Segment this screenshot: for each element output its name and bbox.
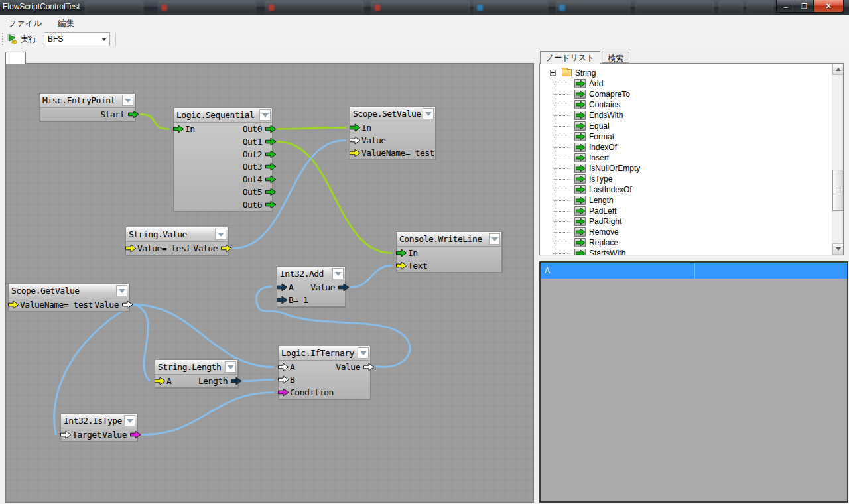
menu-item-0[interactable]: ファイル (0, 16, 50, 31)
node-istype[interactable]: Int32.IsTypeTargetValue (60, 413, 137, 442)
input-port-icon[interactable] (350, 149, 361, 157)
input-port-icon[interactable] (396, 249, 407, 257)
tree-item-Remove[interactable]: Remove (540, 227, 843, 237)
output-port-icon[interactable] (265, 188, 277, 196)
node-dropdown-button[interactable] (116, 285, 127, 296)
search-mode-combobox[interactable]: BFS (44, 32, 110, 46)
input-port-icon[interactable] (125, 244, 137, 253)
tree-item-IsType[interactable]: IsType (540, 174, 843, 184)
output-port-icon[interactable] (265, 162, 277, 171)
tree-item-PadRight[interactable]: PadRight (540, 216, 843, 227)
output-port-icon[interactable] (128, 110, 139, 119)
output-port-icon[interactable] (363, 363, 375, 371)
node-dropdown-button[interactable] (215, 229, 226, 240)
tree-item-Format[interactable]: Format (540, 131, 843, 142)
output-port-icon[interactable] (338, 283, 350, 292)
output-port-icon[interactable] (265, 175, 277, 184)
grid-column-header-0[interactable]: A (541, 263, 695, 279)
output-port-icon[interactable] (265, 137, 277, 146)
node-strlen[interactable]: String.LengthALength (155, 359, 238, 388)
tree-item-Length[interactable]: Length (540, 195, 843, 206)
node-port-row: AValue (277, 281, 345, 294)
input-port-icon[interactable] (278, 363, 289, 371)
node-dropdown-button[interactable] (259, 109, 271, 121)
input-port-icon[interactable] (350, 123, 361, 132)
grid-column-header-1[interactable] (695, 263, 847, 279)
tree-scrollbar[interactable] (832, 64, 843, 255)
node-writeline[interactable]: Console.WriteLineInText (396, 231, 502, 273)
node-strval[interactable]: String.ValueValue= testValue (125, 227, 228, 255)
node-title[interactable]: Misc.EntryPoint (40, 94, 135, 108)
node-ifternary[interactable]: Logic.IfTernaryAValueBCondition (278, 346, 371, 399)
node-dropdown-button[interactable] (332, 268, 344, 279)
node-dropdown-button[interactable] (489, 233, 500, 245)
tree-item-Replace[interactable]: Replace (540, 237, 843, 248)
input-port-icon[interactable] (8, 300, 19, 309)
node-seq[interactable]: Logic.SequentialInOut0Out1Out2Out3Out4Ou… (173, 107, 273, 212)
node-title[interactable]: String.Value (126, 227, 228, 242)
output-port-icon[interactable] (221, 244, 232, 253)
collapse-icon[interactable] (550, 70, 556, 76)
close-button[interactable]: ✕ (814, 0, 844, 13)
input-port-icon[interactable] (350, 136, 361, 145)
tree-item-Contains[interactable]: Contains (540, 99, 843, 110)
input-port-icon[interactable] (277, 283, 288, 292)
tree-item-EndsWith[interactable]: EndsWith (540, 110, 843, 121)
tree-item-IsNullOrEmpty[interactable]: IsNullOrEmpty (540, 163, 843, 174)
tab-search[interactable]: 検索 (602, 52, 629, 63)
canvas-tab[interactable] (5, 52, 26, 64)
run-button[interactable]: 実行 (4, 32, 40, 46)
node-title[interactable]: Scope.GetValue (9, 284, 129, 298)
input-port-icon[interactable] (277, 296, 288, 304)
input-port-icon[interactable] (173, 125, 184, 133)
input-port-icon[interactable] (278, 388, 289, 397)
scroll-down-button[interactable] (832, 243, 844, 255)
tree-stub (553, 158, 570, 158)
node-dropdown-button[interactable] (122, 95, 133, 106)
maximize-button[interactable]: ❐ (795, 0, 814, 13)
node-entry[interactable]: Misc.EntryPointStart (39, 93, 135, 121)
input-port-icon[interactable] (155, 377, 166, 385)
input-port-icon[interactable] (60, 430, 72, 439)
tree-item-Insert[interactable]: Insert (540, 153, 843, 163)
node-setval[interactable]: Scope.SetValueInValueValueName= test (350, 106, 436, 160)
node-port-row: B= 1 (277, 294, 345, 306)
tree-item-Equal[interactable]: Equal (540, 121, 843, 131)
tree-item-StartsWith[interactable]: StartsWith (540, 248, 843, 255)
output-port-icon[interactable] (265, 200, 277, 209)
tree-item-Add[interactable]: Add (540, 78, 843, 89)
scroll-up-button[interactable] (832, 64, 844, 75)
tree-item-PadLeft[interactable]: PadLeft (540, 206, 843, 216)
tree-item-LastIndexOf[interactable]: LastIndexOf (540, 184, 843, 195)
node-title[interactable]: Logic.IfTernary (279, 346, 370, 361)
output-port-icon[interactable] (122, 300, 133, 309)
output-port-icon[interactable] (265, 125, 277, 133)
node-dropdown-button[interactable] (358, 347, 369, 359)
menu-item-1[interactable]: 編集 (50, 16, 82, 31)
output-port-icon[interactable] (231, 377, 242, 385)
node-title[interactable]: Logic.Sequential (174, 108, 272, 123)
tree-stub (553, 168, 570, 169)
scrollbar-thumb[interactable] (832, 170, 844, 211)
node-getval[interactable]: Scope.GetValueValueName= testValue (8, 283, 129, 312)
output-port-icon[interactable] (130, 430, 141, 439)
node-title[interactable]: Console.WriteLine (397, 232, 501, 247)
tree-item-IndexOf[interactable]: IndexOf (540, 142, 843, 153)
node-title[interactable]: Int32.IsType (61, 414, 137, 428)
tree-stub (553, 179, 570, 180)
node-title[interactable]: String.Length (155, 360, 237, 375)
tab-nodelist[interactable]: ノードリスト (540, 51, 600, 64)
tree-root-string[interactable]: String (540, 68, 843, 78)
node-dropdown-button[interactable] (225, 361, 236, 373)
tree-item-ComapreTo[interactable]: ComapreTo (540, 89, 843, 99)
flow-canvas[interactable]: Misc.EntryPointStartLogic.SequentialInOu… (5, 63, 534, 503)
input-port-icon[interactable] (278, 375, 289, 384)
input-port-icon[interactable] (396, 261, 407, 270)
output-port-icon[interactable] (265, 150, 277, 158)
node-dropdown-button[interactable] (124, 415, 135, 426)
node-title[interactable]: Int32.Add (277, 267, 345, 281)
node-add[interactable]: Int32.AddAValueB= 1 (277, 266, 346, 307)
minimize-button[interactable]: _ (776, 0, 795, 13)
node-dropdown-button[interactable] (423, 108, 434, 119)
node-title[interactable]: Scope.SetValue (350, 107, 435, 121)
